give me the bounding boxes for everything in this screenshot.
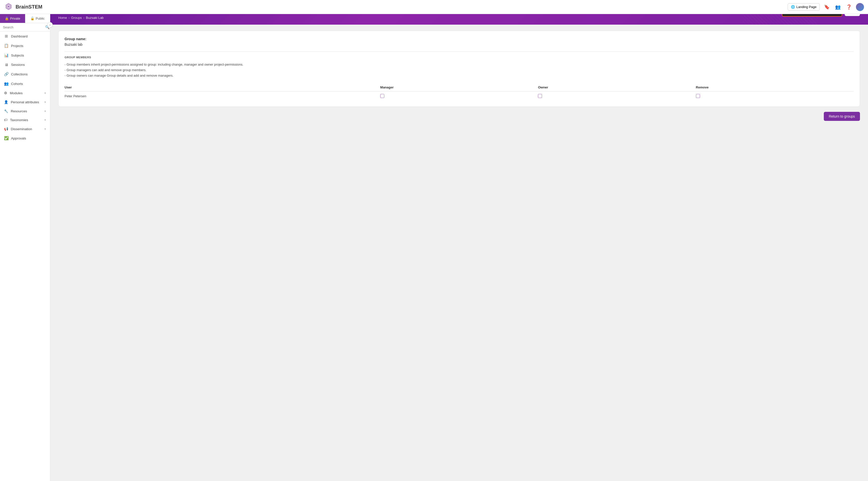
top-navigation: BrainSTEM 🌐 Landing Page 🔖 👥 ❓ bbox=[0, 0, 868, 14]
svg-point-2 bbox=[8, 6, 9, 7]
taxonomies-icon: 🏷 bbox=[4, 118, 7, 122]
sidebar-item-modules[interactable]: ⚙ Modules ▾ bbox=[0, 88, 50, 97]
sidebar-tabs: 🔒 Private 🔓 Public bbox=[0, 14, 50, 23]
manager-cell bbox=[380, 91, 538, 101]
col-manager: Manager bbox=[380, 84, 538, 91]
search-box: 🔍 bbox=[0, 23, 50, 31]
col-remove: Remove bbox=[696, 84, 854, 91]
breadcrumb-current: Buzsaki Lab bbox=[86, 16, 104, 20]
nav-left: BrainSTEM bbox=[4, 2, 42, 11]
collections-icon: 🔗 bbox=[4, 72, 8, 77]
brainstem-logo bbox=[4, 2, 13, 11]
sidebar-item-dashboard[interactable]: ⊞ Dashboard bbox=[0, 31, 50, 41]
personal-attributes-chevron-icon: ▾ bbox=[44, 100, 46, 104]
sidebar-item-resources[interactable]: 🔧 Resources ▾ bbox=[0, 107, 50, 116]
sidebar-item-personal-attributes[interactable]: 👤 Personal attributes ▾ bbox=[0, 97, 50, 107]
sidebar-item-projects[interactable]: 📋 Projects bbox=[0, 41, 50, 51]
manager-checkbox[interactable] bbox=[380, 94, 384, 98]
search-input[interactable] bbox=[3, 25, 45, 29]
owner-checkbox[interactable] bbox=[538, 94, 542, 98]
breadcrumb: Home › Groups › Buzsaki Lab bbox=[58, 16, 104, 20]
projects-icon: 📋 bbox=[4, 43, 8, 48]
sidebar-item-collections[interactable]: 🔗 Collections bbox=[0, 69, 50, 79]
subjects-icon: 📊 bbox=[4, 53, 8, 58]
content-area: Buzsaki lab Home › Groups › Buzsaki Lab … bbox=[50, 0, 868, 127]
tab-private[interactable]: 🔒 Private bbox=[0, 14, 25, 23]
info-line-2: - Group managers can add and remove grou… bbox=[65, 67, 854, 73]
sidebar-item-cohorts[interactable]: 👥 Cohorts bbox=[0, 79, 50, 88]
personal-attributes-icon: 👤 bbox=[4, 100, 8, 104]
group-card: Group name: Buzsaki lab GROUP MEMBERS - … bbox=[58, 31, 860, 107]
sidebar-item-taxonomies[interactable]: 🏷 Taxonomies ▾ bbox=[0, 116, 50, 124]
lock-icon: 🔒 bbox=[5, 17, 9, 20]
col-owner: Owner bbox=[538, 84, 696, 91]
owner-cell bbox=[538, 91, 696, 101]
modules-chevron-icon: ▾ bbox=[44, 91, 46, 95]
user-avatar[interactable] bbox=[856, 3, 864, 11]
dashboard-icon: ⊞ bbox=[4, 34, 8, 38]
info-line-1: - Group members inherit project-permissi… bbox=[65, 62, 854, 67]
sidebar: 🔒 Private 🔓 Public 🔍 ⊞ Dashboard 📋 Proje… bbox=[0, 14, 50, 127]
group-members-heading: GROUP MEMBERS bbox=[65, 52, 854, 59]
table-row: Peter Petersen bbox=[65, 91, 854, 101]
group-name-value: Buzsaki lab bbox=[65, 42, 854, 47]
remove-cell bbox=[696, 91, 854, 101]
col-user: User bbox=[65, 84, 380, 91]
members-info: - Group members inherit project-permissi… bbox=[65, 62, 854, 79]
resources-chevron-icon: ▾ bbox=[44, 110, 46, 113]
tab-public[interactable]: 🔓 Public bbox=[25, 14, 50, 23]
breadcrumb-sep-1: › bbox=[68, 16, 69, 20]
sidebar-item-subjects[interactable]: 📊 Subjects bbox=[0, 51, 50, 60]
main-content: Group name: Buzsaki lab GROUP MEMBERS - … bbox=[50, 25, 868, 127]
return-to-groups-button[interactable]: Return to groups bbox=[824, 112, 860, 121]
sessions-icon: 🖥 bbox=[4, 63, 8, 67]
nav-right: 🌐 Landing Page 🔖 👥 ❓ bbox=[787, 3, 864, 11]
actions-row: Return to groups bbox=[58, 112, 860, 121]
bookmark-button[interactable]: 🔖 bbox=[823, 3, 831, 11]
group-name-label: Group name: bbox=[65, 37, 854, 41]
app-title: BrainSTEM bbox=[16, 4, 42, 10]
info-line-3: - Group owners can manage Group details … bbox=[65, 73, 854, 79]
breadcrumb-sep-2: › bbox=[83, 16, 84, 20]
landing-page-button[interactable]: 🌐 Landing Page bbox=[787, 3, 820, 10]
members-table: User Manager Owner Remove Peter Petersen bbox=[65, 84, 854, 100]
unlock-icon: 🔓 bbox=[30, 17, 34, 20]
modules-icon: ⚙ bbox=[4, 91, 7, 95]
remove-checkbox[interactable] bbox=[696, 94, 700, 98]
help-button[interactable]: ❓ bbox=[845, 3, 853, 11]
users-button[interactable]: 👥 bbox=[834, 3, 842, 11]
sidebar-item-dissemination[interactable]: 📢 Dissemination ▾ bbox=[0, 124, 50, 127]
sidebar-nav: ⊞ Dashboard 📋 Projects 📊 Subjects 🖥 Sess… bbox=[0, 31, 50, 127]
resources-icon: 🔧 bbox=[4, 109, 8, 113]
sidebar-collapse-button[interactable]: ‹ bbox=[47, 22, 53, 28]
cohorts-icon: 👥 bbox=[4, 82, 8, 86]
user-name: Peter Petersen bbox=[65, 91, 380, 101]
globe-icon: 🌐 bbox=[791, 5, 795, 9]
taxonomies-chevron-icon: ▾ bbox=[44, 118, 46, 122]
breadcrumb-home[interactable]: Home bbox=[58, 16, 67, 20]
sidebar-item-sessions[interactable]: 🖥 Sessions bbox=[0, 60, 50, 69]
breadcrumb-groups[interactable]: Groups bbox=[71, 16, 82, 20]
